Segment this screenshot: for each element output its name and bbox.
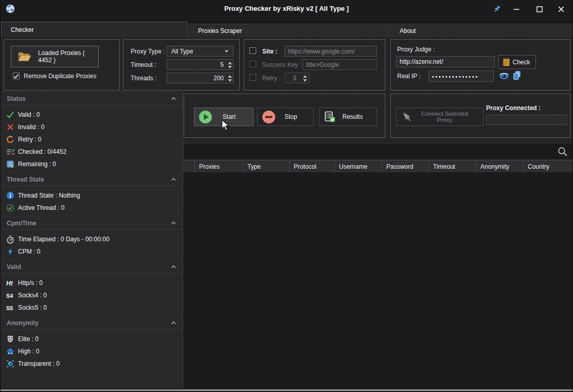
spin-down-icon[interactable] [303, 79, 307, 82]
chevron-up-icon[interactable] [171, 265, 176, 269]
tab-proxies-scraper[interactable]: Proxies Scraper [188, 24, 389, 37]
column-header-type[interactable]: Type [243, 161, 290, 172]
pin-icon[interactable] [492, 4, 502, 14]
timeout-input[interactable] [167, 59, 234, 70]
site-checkbox[interactable] [249, 47, 256, 54]
elite-mask-icon [6, 335, 15, 343]
tab-bar: Checker Proxies Scraper About [1, 21, 572, 37]
column-header-timeout[interactable]: Timeout [429, 161, 476, 172]
column-header-username[interactable]: Username [335, 161, 382, 172]
sidebar-item-label: Active Thread : 0 [18, 204, 65, 211]
spin-up-icon[interactable] [303, 75, 307, 78]
info-icon [6, 191, 15, 200]
spin-down-icon[interactable] [228, 66, 232, 68]
sidebar-item-label: Time Elapsed : 0 Days - 00:00:00 [18, 236, 110, 243]
lightning-icon [6, 247, 15, 256]
results-button[interactable]: Results [319, 108, 377, 126]
section-header[interactable]: Anonymity [1, 316, 183, 330]
svg-text:S4: S4 [6, 293, 13, 299]
chevron-up-icon[interactable] [171, 177, 176, 181]
column-header-empty[interactable] [183, 161, 195, 172]
column-header-country[interactable]: Country [524, 161, 573, 172]
real-ip-input[interactable] [428, 70, 494, 82]
results-icon [324, 111, 336, 123]
real-ip-label: Real IP : [397, 73, 421, 80]
site-label: Site : [262, 48, 277, 55]
sidebar-item: Elite : 0 [1, 333, 183, 345]
https-icon: Ht [6, 279, 15, 287]
sidebar-section-anonymity: AnonymityElite : 0High : 0Transparent : … [1, 316, 183, 372]
minimize-icon[interactable] [511, 4, 522, 14]
maximize-icon[interactable] [534, 4, 545, 14]
section-header[interactable]: Valid [1, 260, 183, 274]
spin-up-icon[interactable] [228, 75, 232, 78]
section-header[interactable]: Status [1, 92, 183, 105]
loader-group: Loaded Proxies ( 4452 ) Remove Duplicate… [4, 39, 120, 91]
remaining-icon [6, 160, 15, 168]
timeout-stepper[interactable] [226, 61, 234, 69]
stop-button[interactable]: Stop [257, 108, 314, 126]
checkmark-icon [13, 74, 19, 79]
transparent-eye-icon [6, 360, 15, 368]
sidebar-item: S4Socks4 : 0 [1, 289, 183, 301]
sidebar-item: S5Socks5 : 0 [1, 301, 183, 314]
results-button-label: Results [336, 113, 369, 120]
site-input[interactable] [284, 46, 377, 57]
tab-label: Proxies Scraper [198, 27, 242, 34]
proxy-judge-group: Proxy Judge : Check Real IP : [390, 39, 570, 91]
tab-checker[interactable]: Checker [1, 22, 187, 37]
retry-icon [6, 135, 15, 144]
sidebar-item-label: Elite : 0 [18, 335, 39, 343]
search-icon[interactable] [557, 146, 568, 157]
spin-up-icon[interactable] [228, 62, 232, 64]
sidebar-item-label: Thread State : Nothing [18, 192, 80, 199]
section-header[interactable]: Cpm/Time [1, 216, 183, 230]
success-key-input[interactable] [302, 59, 377, 70]
proxy-judge-input[interactable] [396, 56, 495, 67]
socks4-icon: S4 [6, 291, 15, 299]
section-header[interactable]: Thread State [1, 172, 183, 186]
mouse-cursor [221, 119, 230, 134]
load-proxies-button[interactable]: Loaded Proxies ( 4452 ) [11, 46, 99, 67]
sidebar-item: Transparent : 0 [1, 358, 183, 370]
section-title: Cpm/Time [7, 220, 37, 227]
copy-icon[interactable] [513, 70, 521, 80]
sidebar-item: Invalid : 0 [1, 121, 183, 133]
sidebar-item-label: Transparent : 0 [18, 360, 60, 367]
folder-icon [17, 51, 31, 62]
column-header-proxies[interactable]: Proxies [195, 161, 243, 172]
sidebar-item: Thread State : Nothing [1, 189, 183, 202]
retry-stepper[interactable] [301, 74, 309, 82]
chevron-up-icon[interactable] [171, 321, 176, 325]
eye-icon[interactable] [499, 72, 509, 80]
stop-icon [262, 110, 276, 124]
threads-input[interactable] [167, 73, 234, 83]
retry-checkbox[interactable] [249, 74, 256, 81]
clipboard-icon [503, 58, 510, 66]
tab-about[interactable]: About [390, 24, 573, 37]
table-body[interactable] [183, 172, 573, 388]
success-key-checkbox[interactable] [249, 61, 256, 67]
chevron-up-icon[interactable] [171, 97, 176, 100]
proxy-type-select[interactable]: All Type [167, 46, 234, 57]
proxy-connected-input[interactable] [486, 115, 567, 125]
load-proxies-label: Loaded Proxies ( 4452 ) [38, 49, 98, 64]
chevron-up-icon[interactable] [171, 221, 176, 225]
table-header: ProxiesTypeProtocolUsernamePasswordTimeo… [183, 160, 573, 172]
column-header-password[interactable]: Password [382, 161, 429, 172]
sidebar-item-label: Retry : 0 [18, 136, 41, 143]
search-input[interactable] [184, 148, 557, 155]
sidebar-item-label: Invalid : 0 [18, 123, 44, 131]
sidebar-section-valid: ValidHtHttp/s : 0S4Socks4 : 0S5Socks5 : … [1, 260, 183, 316]
check-button[interactable]: Check [498, 55, 536, 69]
sidebar-item: Valid : 0 [1, 109, 183, 121]
play-icon [199, 110, 212, 124]
proxy-type-label: Proxy Type : [131, 48, 165, 55]
threads-stepper[interactable] [226, 74, 234, 82]
close-icon[interactable] [556, 4, 566, 14]
spin-down-icon[interactable] [228, 79, 232, 82]
column-header-anonymity[interactable]: Anonymity [476, 161, 524, 172]
connect-selected-proxy-button[interactable]: Connect Selected Proxy [396, 108, 484, 126]
column-header-protocol[interactable]: Protocol [290, 161, 335, 172]
remove-duplicates-checkbox[interactable] [13, 73, 20, 79]
